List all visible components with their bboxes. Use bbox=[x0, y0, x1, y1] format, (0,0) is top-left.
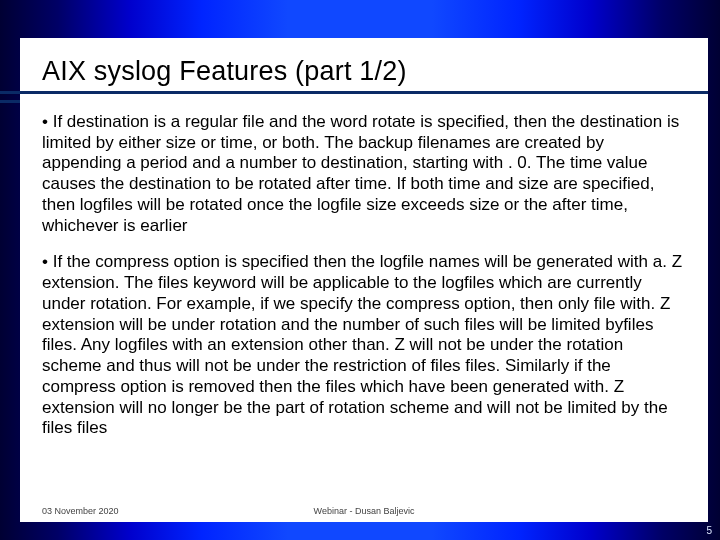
paragraph: • If destination is a regular file and t… bbox=[42, 112, 686, 236]
footer-center: Webinar - Dusan Baljevic bbox=[314, 506, 415, 516]
footer-date: 03 November 2020 bbox=[42, 506, 119, 516]
paragraph: • If the compress option is specified th… bbox=[42, 252, 686, 439]
title-rule bbox=[0, 91, 708, 94]
slide-footer: 03 November 2020 Webinar - Dusan Baljevi… bbox=[42, 506, 686, 516]
slide-title: AIX syslog Features (part 1/2) bbox=[42, 56, 686, 87]
page-number: 5 bbox=[706, 525, 712, 536]
slide-body: • If destination is a regular file and t… bbox=[42, 112, 686, 439]
slide-content: AIX syslog Features (part 1/2) • If dest… bbox=[20, 38, 708, 522]
title-rule-left bbox=[0, 100, 20, 103]
